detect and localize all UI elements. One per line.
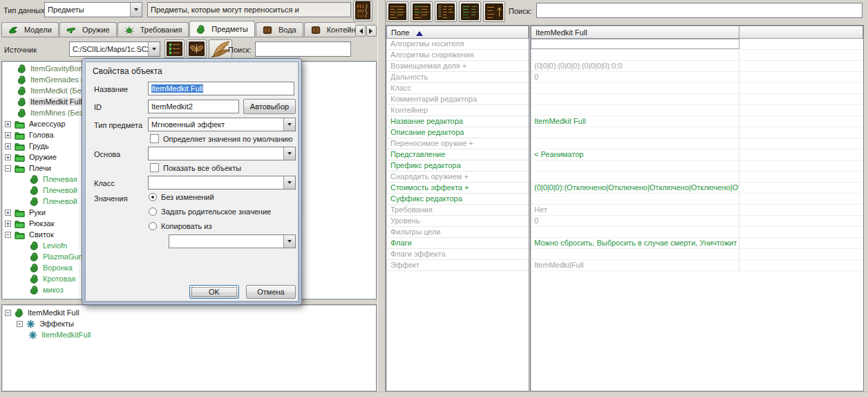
field-row-фильтры-цели[interactable]: Фильтры цели xyxy=(386,227,529,238)
extra-cell[interactable] xyxy=(739,249,863,259)
value-cell[interactable] xyxy=(531,83,739,93)
field-row-алгоритмы-снаряжения[interactable]: Алгоритмы снаряжения xyxy=(386,50,529,61)
value-row-алгоритмы-носителя[interactable] xyxy=(531,39,863,50)
datatype-select[interactable]: Предметы xyxy=(44,2,142,17)
value-cell[interactable] xyxy=(531,160,739,171)
extra-column-header[interactable] xyxy=(739,26,863,39)
value-row-эффект[interactable]: ItemMedkitFull xyxy=(531,260,863,271)
field-row-контейнер[interactable]: Контейнер xyxy=(386,105,529,116)
expand-icon[interactable]: + xyxy=(5,154,11,160)
extra-cell[interactable] xyxy=(739,94,863,104)
value-cell[interactable] xyxy=(531,105,739,116)
tab-вода[interactable]: Вода xyxy=(256,22,303,37)
radio-copy-from-row[interactable]: Копировать из xyxy=(149,222,211,230)
tab-scroll-right-button[interactable] xyxy=(366,25,377,37)
moth-button[interactable] xyxy=(187,39,207,58)
extra-cell[interactable] xyxy=(739,205,863,215)
right-search-input[interactable] xyxy=(536,3,862,18)
view-sort-button[interactable] xyxy=(483,1,505,22)
value-cell[interactable] xyxy=(531,39,739,49)
extra-cell[interactable] xyxy=(739,127,863,138)
value-row-класс[interactable] xyxy=(531,83,863,94)
field-row-требования[interactable]: Требования xyxy=(386,205,529,216)
class-select[interactable] xyxy=(148,176,296,190)
field-row-алгоритмы-носителя[interactable]: Алгоритмы носителя xyxy=(386,39,529,50)
value-row-фильтры-цели[interactable] xyxy=(531,227,863,238)
expand-icon[interactable]: + xyxy=(5,210,11,216)
field-row-комментарий-редактора[interactable]: Комментарий редактора xyxy=(386,94,529,105)
extra-cell[interactable] xyxy=(739,172,863,182)
tab-контейнеры-предме[interactable]: Контейнеры предме xyxy=(304,22,355,37)
value-row-описание-редактора[interactable] xyxy=(531,127,863,138)
field-row-название-редактора[interactable]: Название редактора xyxy=(386,116,529,127)
value-cell[interactable] xyxy=(531,227,739,237)
chevron-down-icon[interactable] xyxy=(148,42,160,56)
view-categorized-button[interactable] xyxy=(411,1,433,22)
copy-from-select[interactable] xyxy=(169,234,296,248)
expand-icon[interactable]: + xyxy=(5,132,11,138)
radio-parent-row[interactable]: Задать родительское значение xyxy=(149,207,271,216)
chevron-down-icon[interactable] xyxy=(283,147,295,160)
field-row-суффикс-редактора[interactable]: Суффикс редактора xyxy=(386,194,529,205)
tab-scroll-left-button[interactable] xyxy=(355,25,366,37)
tab-оружие[interactable]: Оружие xyxy=(59,22,117,37)
autoselect-button[interactable]: Автовыбор xyxy=(243,99,296,114)
field-row-возмещаемая-доля-[interactable]: Возмещаемая доля + xyxy=(386,61,529,72)
radio-parent-value[interactable] xyxy=(149,207,157,216)
value-row-дальность[interactable]: 0 xyxy=(531,72,863,83)
expand-icon[interactable]: + xyxy=(5,221,11,227)
value-cell[interactable] xyxy=(531,94,739,104)
tree-item-itemmedkit-full[interactable]: −ItemMedkit Full xyxy=(2,307,376,318)
tree-list-button[interactable] xyxy=(164,39,185,58)
chevron-down-icon[interactable] xyxy=(283,176,295,189)
ok-button[interactable]: OK xyxy=(189,285,239,299)
left-search-input[interactable] xyxy=(255,41,351,57)
extra-cell[interactable] xyxy=(739,83,863,93)
extra-cell[interactable] xyxy=(739,138,863,149)
field-row-эффект[interactable]: Эффект xyxy=(386,260,529,271)
extra-cell[interactable] xyxy=(739,238,863,248)
value-cell[interactable] xyxy=(531,138,739,149)
basis-select[interactable] xyxy=(148,147,296,160)
expand-icon[interactable]: + xyxy=(5,143,11,149)
value-cell[interactable]: (0|0|0):(0|0|0):(0|0|0|0):0:0 xyxy=(531,61,739,71)
name-input[interactable]: ItemMedkit Full xyxy=(148,82,294,95)
value-cell[interactable] xyxy=(531,172,739,182)
item-type-select[interactable]: Мгновенный эффект xyxy=(148,118,296,131)
binary-data-icon-button[interactable]: 011101010 xyxy=(353,1,372,21)
value-cell[interactable]: < Реаниматор xyxy=(531,149,739,160)
cancel-button[interactable]: Отмена xyxy=(246,285,296,299)
field-row-переносимое-оружие-[interactable]: Переносимое оружие + xyxy=(386,138,529,149)
value-cell[interactable]: Нет xyxy=(531,205,739,215)
extra-cell[interactable] xyxy=(739,105,863,116)
value-row-комментарий-редактора[interactable] xyxy=(531,94,863,105)
collapse-icon[interactable]: − xyxy=(17,321,23,327)
value-row-снарядить-оружием-[interactable] xyxy=(531,172,863,183)
value-column-header[interactable]: ItemMedkit Full xyxy=(531,26,739,39)
extra-cell[interactable] xyxy=(739,72,863,82)
tab-модели[interactable]: Модели xyxy=(1,22,59,37)
value-cell[interactable] xyxy=(531,127,739,138)
value-cell[interactable] xyxy=(531,249,739,259)
field-row-представление[interactable]: Представление xyxy=(386,149,529,160)
field-row-стоимость-эффекта-[interactable]: Стоимость эффекта + xyxy=(386,183,529,194)
field-row-дальность[interactable]: Дальность xyxy=(386,72,529,83)
value-cell[interactable]: ItemMedkit Full xyxy=(531,116,739,127)
collapse-icon[interactable]: − xyxy=(5,165,11,172)
field-row-снарядить-оружием-[interactable]: Снарядить оружием + xyxy=(386,172,529,183)
value-cell[interactable] xyxy=(531,50,739,60)
extra-cell[interactable] xyxy=(739,183,863,193)
extra-cell[interactable] xyxy=(739,61,863,71)
radio-no-change-row[interactable]: Без изменений xyxy=(149,193,214,201)
vertical-splitter[interactable] xyxy=(377,0,386,391)
value-row-стоимость-эффекта-[interactable]: (0|0|0|0):(Отключено|Отключено|Отключено… xyxy=(531,183,863,194)
value-row-контейнер[interactable] xyxy=(531,105,863,116)
extra-cell[interactable] xyxy=(739,39,863,49)
value-row-алгоритмы-снаряжения[interactable] xyxy=(531,50,863,61)
value-cell[interactable]: (0|0|0|0):(Отключено|Отключено|Отключено… xyxy=(531,183,739,193)
field-row-флаги[interactable]: Флаги xyxy=(386,238,529,249)
field-row-описание-редактора[interactable]: Описание редактора xyxy=(386,127,529,138)
id-input[interactable]: ItemMedkit2 xyxy=(148,100,239,113)
tree-item-эффекты[interactable]: −Эффекты xyxy=(2,318,376,329)
view-raw-button[interactable] xyxy=(435,1,457,22)
